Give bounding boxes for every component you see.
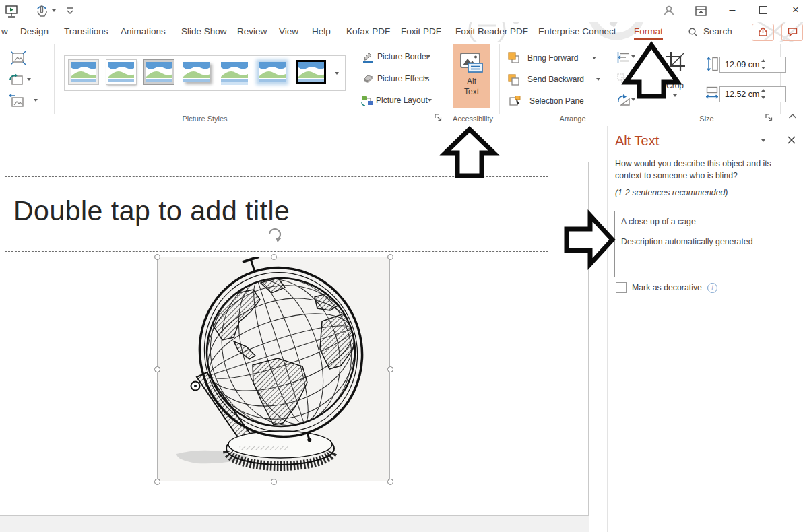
- search-label[interactable]: Search: [703, 26, 732, 36]
- group-caret: [631, 77, 635, 79]
- reset-picture-icon[interactable]: [8, 94, 24, 108]
- collapse-ribbon-icon[interactable]: [788, 113, 797, 119]
- title-placeholder-text: Double tap to add title: [13, 195, 290, 227]
- resize-handle-middle-right[interactable]: [387, 366, 393, 372]
- shape-width-input[interactable]: [719, 86, 786, 102]
- tab-help[interactable]: Help: [312, 26, 331, 36]
- crop-button[interactable]: Crop: [666, 81, 684, 90]
- picture-layout-icon: [361, 95, 374, 106]
- pane-hint: (1-2 sentences recommended): [615, 188, 728, 197]
- rotate-caret[interactable]: [631, 98, 635, 101]
- rotate-handle[interactable]: [265, 226, 284, 242]
- pane-title: Alt Text: [615, 133, 659, 149]
- mark-as-decorative-checkbox[interactable]: [616, 282, 627, 293]
- picture-effects-icon: [362, 73, 374, 84]
- crop-icon: [666, 51, 686, 71]
- gallery-more-caret: [335, 72, 339, 75]
- resize-handle-bottom-right[interactable]: [387, 479, 393, 485]
- resize-handle-top-center[interactable]: [271, 254, 277, 260]
- resize-handle-bottom-center[interactable]: [271, 479, 277, 485]
- share-button[interactable]: [752, 24, 774, 41]
- reset-picture-caret[interactable]: [34, 99, 38, 102]
- tab-review[interactable]: Review: [237, 26, 267, 36]
- resize-handle-bottom-left[interactable]: [154, 479, 160, 485]
- alt-text-input[interactable]: A close up of a cage Description automat…: [614, 211, 803, 277]
- close-button[interactable]: ×: [784, 1, 803, 19]
- change-picture-icon[interactable]: [9, 73, 24, 87]
- ribbon-display-options-icon[interactable]: [695, 6, 707, 16]
- tab-slide-show[interactable]: Slide Show: [181, 26, 227, 36]
- tab-kofax-pdf[interactable]: Kofax PDF: [346, 26, 390, 36]
- picture-styles-group-label: Picture Styles: [64, 114, 346, 123]
- width-spinner[interactable]: [759, 86, 768, 101]
- start-slideshow-icon[interactable]: [5, 5, 18, 18]
- resize-handle-top-left[interactable]: [154, 254, 160, 260]
- alt-text-button[interactable]: Alt Text: [453, 44, 490, 108]
- group-divider: [612, 44, 612, 114]
- alt-text-button-label-2: Text: [453, 87, 490, 96]
- tab-enterprise-connect[interactable]: Enterprise Connect: [538, 26, 616, 36]
- picture-style-option-3[interactable]: [144, 60, 174, 84]
- picture-style-option-1[interactable]: [69, 60, 98, 84]
- selection-pane-button[interactable]: Selection Pane: [529, 96, 584, 106]
- alt-text-line-1: A close up of a cage: [621, 217, 803, 226]
- picture-border-caret[interactable]: [426, 55, 430, 58]
- pane-close-icon[interactable]: [787, 135, 796, 145]
- picture-effects-button[interactable]: Picture Effects: [377, 74, 429, 84]
- picture-styles-gallery: [64, 55, 346, 91]
- height-spinner[interactable]: [759, 57, 768, 71]
- account-icon[interactable]: [663, 5, 675, 17]
- compress-pictures-icon[interactable]: [11, 51, 26, 65]
- size-dialog-launcher[interactable]: [765, 114, 773, 121]
- minimize-button[interactable]: –: [721, 1, 744, 19]
- shape-height-input[interactable]: [719, 57, 786, 73]
- maximize-icon: [759, 6, 767, 14]
- alt-text-button-label-1: Alt: [453, 77, 490, 86]
- change-picture-caret[interactable]: [27, 78, 31, 81]
- picture-style-option-4[interactable]: [182, 60, 212, 84]
- tab-draw-partial[interactable]: w: [1, 26, 8, 36]
- align-objects-icon[interactable]: [617, 52, 629, 63]
- picture-style-option-2[interactable]: [106, 60, 136, 84]
- align-caret[interactable]: [631, 55, 635, 58]
- picture-style-option-6[interactable]: [257, 60, 287, 84]
- rotate-objects-icon[interactable]: [617, 94, 630, 106]
- tab-view[interactable]: View: [279, 26, 298, 36]
- search-icon[interactable]: [688, 28, 698, 37]
- picture-border-button[interactable]: Picture Border: [377, 52, 429, 61]
- alt-text-icon: [460, 53, 483, 73]
- tab-design[interactable]: Design: [20, 26, 49, 36]
- shape-width-icon: [706, 86, 718, 100]
- maximize-button[interactable]: [752, 1, 775, 19]
- globe-picture[interactable]: [158, 257, 389, 481]
- resize-handle-top-right[interactable]: [387, 254, 393, 260]
- bring-forward-caret[interactable]: [592, 57, 596, 59]
- info-icon[interactable]: i: [707, 283, 717, 293]
- picture-style-option-selected[interactable]: [296, 60, 326, 84]
- tab-foxit-pdf[interactable]: Foxit PDF: [401, 26, 441, 36]
- comments-button[interactable]: [781, 24, 803, 41]
- picture-styles-dialog-launcher[interactable]: [435, 114, 442, 121]
- crop-caret[interactable]: [673, 94, 677, 97]
- picture-style-option-5[interactable]: [220, 60, 249, 84]
- size-group-label: Size: [673, 114, 740, 123]
- tab-format[interactable]: Format: [634, 26, 663, 40]
- tab-foxit-reader-pdf[interactable]: Foxit Reader PDF: [455, 26, 528, 36]
- send-backward-button[interactable]: Send Backward: [527, 75, 584, 84]
- picture-effects-caret[interactable]: [424, 77, 428, 80]
- slide-top-edge: [0, 162, 589, 162]
- customize-quick-access-icon[interactable]: [65, 7, 75, 15]
- bring-forward-button[interactable]: Bring Forward: [527, 53, 578, 63]
- picture-layout-button[interactable]: Picture Layout: [376, 96, 428, 105]
- pane-options-caret[interactable]: [761, 139, 765, 142]
- tab-animations[interactable]: Animations: [121, 26, 166, 36]
- gallery-more-button[interactable]: [328, 55, 346, 91]
- picture-layout-caret[interactable]: [428, 99, 432, 102]
- picture-border-icon: [362, 51, 374, 63]
- tab-transitions[interactable]: Transitions: [64, 26, 108, 36]
- alt-text-line-2: Description automatically generated: [621, 237, 803, 246]
- resize-handle-middle-left[interactable]: [154, 366, 160, 372]
- send-backward-caret[interactable]: [596, 78, 600, 81]
- touch-mouse-mode-icon[interactable]: [35, 4, 49, 18]
- touch-mode-caret[interactable]: [52, 9, 56, 12]
